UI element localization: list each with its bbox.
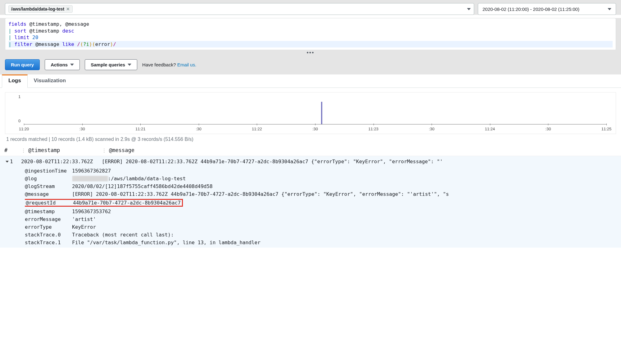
chart-ylabel-1: 1	[18, 94, 20, 99]
detail-value: 000000000000:/aws/lambda/data-log-test	[72, 176, 617, 182]
chart-tick	[548, 124, 548, 125]
detail-row: @requestId44b9a71e-70b7-4727-a2dc-8b9304…	[25, 198, 617, 208]
sample-queries-label: Sample queries	[91, 62, 125, 67]
log-table-header: # @timestamp @message	[0, 145, 621, 156]
remove-chip-icon[interactable]: ✕	[66, 7, 70, 11]
detail-row: @message[ERROR] 2020-08-02T11:22:33.762Z…	[25, 190, 617, 198]
feedback-text: Have feedback? Email us.	[142, 62, 196, 67]
log-group-chip[interactable]: /aws/lambda/data-log-test ✕	[8, 5, 73, 13]
log-group-select[interactable]: /aws/lambda/data-log-test ✕	[5, 3, 474, 15]
time-range-text: 2020-08-02 (11:20:00) - 2020-08-02 (11:2…	[483, 7, 579, 12]
detail-key: @requestId	[26, 200, 73, 206]
sample-queries-button[interactable]: Sample queries	[85, 59, 137, 70]
chart-tick	[432, 124, 432, 125]
detail-value: 'artist'	[72, 216, 617, 222]
tab-logs[interactable]: Logs	[2, 74, 28, 88]
query-line-3: | limit 20	[8, 34, 613, 41]
actions-button[interactable]: Actions	[45, 59, 80, 70]
row-message: [ERROR] 2020-08-02T11:22:33.762Z 44b9a71…	[102, 159, 617, 164]
detail-value: 1596367362827	[72, 168, 617, 174]
log-details: @ingestionTime1596367362827@log000000000…	[0, 166, 621, 248]
row-toggle[interactable]: 1	[4, 159, 21, 164]
row-index: 1	[10, 159, 13, 164]
detail-value: File "/var/task/lambda_function.py", lin…	[72, 240, 617, 245]
editor-resize-handle[interactable]: •••	[0, 50, 621, 56]
detail-value: 1596367353762	[72, 209, 617, 214]
query-line-2: | sort @timestamp desc	[8, 28, 613, 34]
histogram-chart[interactable]: 1 0 11:20:3011:21:3011:22:3011:23:3011:2…	[5, 92, 616, 134]
drag-handle-icon[interactable]	[102, 147, 107, 153]
chart-tick	[82, 124, 83, 125]
chart-xlabel: 11:20	[19, 127, 29, 131]
detail-key: stackTrace.0	[25, 232, 72, 238]
chart-xlabel: 11:23	[368, 127, 378, 131]
chart-ylabel-0: 0	[18, 119, 20, 123]
detail-row: errorMessage'artist'	[25, 215, 617, 223]
chart-xlabel: :30	[312, 127, 318, 131]
log-group-name: /aws/lambda/data-log-test	[11, 7, 64, 11]
chart-xlabel: :30	[79, 127, 85, 131]
chart-tick	[199, 124, 199, 125]
caret-down-icon	[467, 8, 471, 10]
detail-value: [ERROR] 2020-08-02T11:22:33.762Z 44b9a71…	[72, 191, 617, 197]
detail-value: 2020/08/02/[12]187f5755caff4586bd42de440…	[72, 183, 617, 189]
detail-row: stackTrace.0Traceback (most recent call …	[25, 231, 617, 239]
detail-value: 44b9a71e-70b7-4727-a2dc-8b9304a26ac7	[73, 200, 181, 206]
chart-xlabel: 11:21	[135, 127, 146, 131]
detail-row: @log000000000000:/aws/lambda/data-log-te…	[25, 175, 617, 182]
detail-key: errorMessage	[25, 216, 72, 222]
chart-tick	[374, 124, 374, 125]
caret-down-icon	[70, 64, 74, 66]
expand-icon	[6, 161, 9, 163]
detail-value: Traceback (most recent call last):	[72, 232, 617, 238]
chart-xlabel: 11:24	[485, 127, 495, 131]
highlighted-detail: @requestId44b9a71e-70b7-4727-a2dc-8b9304…	[25, 199, 183, 207]
detail-row: @ingestionTime1596367362827	[25, 167, 617, 175]
chart-tick	[140, 124, 141, 125]
chart-bar	[321, 102, 322, 124]
col-timestamp[interactable]: @timestamp	[21, 147, 102, 153]
chart-xlabel: :30	[196, 127, 202, 131]
chart-tick	[315, 124, 315, 125]
chart-tick	[257, 124, 257, 125]
chart-xlabel: 11:25	[601, 127, 612, 131]
detail-key: errorType	[25, 224, 72, 230]
row-timestamp: 2020-08-02T11:22:33.762Z	[21, 159, 102, 164]
run-query-button[interactable]: Run query	[5, 59, 40, 70]
chart-axis	[24, 102, 606, 124]
caret-down-icon	[128, 64, 131, 66]
col-message[interactable]: @message	[102, 147, 617, 153]
chart-xlabel: :30	[429, 127, 434, 131]
run-query-label: Run query	[11, 62, 34, 67]
query-line-4: | filter @message like /(?i)(error)/	[8, 41, 613, 48]
detail-row: errorTypeKeyError	[25, 223, 617, 231]
drag-handle-icon[interactable]	[21, 147, 26, 153]
log-row[interactable]: 1 2020-08-02T11:22:33.762Z [ERROR] 2020-…	[0, 156, 621, 166]
detail-row: @logStream2020/08/02/[12]187f5755caff458…	[25, 182, 617, 190]
tab-visualization[interactable]: Visualization	[28, 74, 72, 88]
detail-key: @log	[25, 176, 72, 182]
time-range-select[interactable]: 2020-08-02 (11:20:00) - 2020-08-02 (11:2…	[478, 3, 616, 15]
chart-xlabel: 11:22	[252, 127, 262, 131]
chart-tick	[606, 124, 607, 125]
detail-row: @timestamp1596367353762	[25, 208, 617, 215]
chart-tick	[24, 124, 24, 125]
detail-value: KeyError	[72, 224, 617, 230]
email-us-link[interactable]: Email us.	[177, 62, 197, 67]
detail-row: stackTrace.1File "/var/task/lambda_funct…	[25, 239, 617, 246]
detail-key: @ingestionTime	[25, 168, 72, 174]
caret-down-icon	[608, 8, 611, 10]
chart-tick	[490, 124, 490, 125]
detail-key: @message	[25, 191, 72, 197]
actions-label: Actions	[51, 62, 68, 67]
redacted-text: 000000000000	[72, 176, 108, 182]
detail-key: @timestamp	[25, 209, 72, 214]
query-line-1: fields @timestamp, @message	[8, 21, 613, 28]
col-hash[interactable]: #	[4, 147, 21, 153]
detail-key: stackTrace.1	[25, 240, 72, 245]
chart-xlabel: :30	[545, 127, 551, 131]
query-editor[interactable]: fields @timestamp, @message | sort @time…	[5, 18, 616, 50]
scan-stats: 1 records matched | 10 records (1.4 kB) …	[0, 134, 621, 145]
detail-key: @logStream	[25, 183, 72, 189]
tabs: Logs Visualization	[0, 74, 621, 88]
